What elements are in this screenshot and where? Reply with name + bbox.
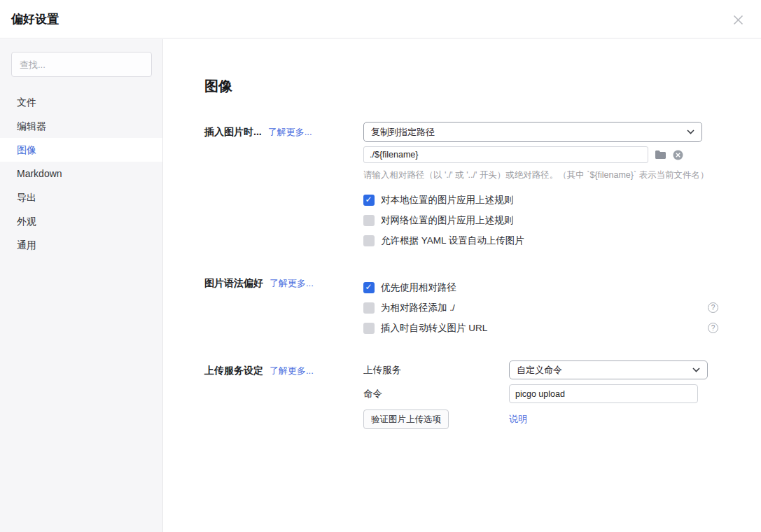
insert-section-label: 插入图片时... [204, 126, 262, 139]
sidebar-item-general[interactable]: 通用 [0, 233, 162, 257]
command-input[interactable] [509, 384, 698, 403]
header: 偏好设置 [0, 0, 761, 38]
sidebar-item-editor[interactable]: 编辑器 [0, 114, 162, 138]
upload-section-label: 上传服务设定 [204, 365, 263, 377]
checkbox-label: 优先使用相对路径 [381, 281, 456, 294]
main-content: 图像 插入图片时... 了解更多... 复制到指定路径 [164, 39, 761, 532]
search-input[interactable] [11, 52, 152, 77]
checkbox-label: 为相对路径添加 ./ [381, 302, 455, 314]
chevron-down-icon [687, 130, 694, 134]
upload-section-body: 上传服务 自定义命令 命令 验证图片上传选项 说 [363, 360, 761, 429]
upload-service-select-value: 自定义命令 [517, 364, 562, 377]
syntax-section-label: 图片语法偏好 [204, 277, 263, 290]
upload-service-label: 上传服务 [363, 364, 509, 377]
checkbox-label: 允许根据 YAML 设置自动上传图片 [381, 234, 524, 247]
insert-learn-more-link[interactable]: 了解更多... [268, 126, 312, 139]
browse-folder-button[interactable] [655, 150, 666, 160]
window-title: 偏好设置 [11, 11, 59, 27]
checkbox-box [363, 282, 375, 293]
apply-local-images-checkbox[interactable]: 对本地位置的图片应用上述规则 [363, 190, 761, 210]
sidebar-item-appearance[interactable]: 外观 [0, 209, 162, 233]
help-icon[interactable]: ? [708, 323, 718, 333]
sidebar: 文件 编辑器 图像 Markdown 导出 外观 通用 [0, 39, 163, 532]
validate-upload-button[interactable]: 验证图片上传选项 [363, 410, 449, 429]
prefer-relative-path-checkbox[interactable]: 优先使用相对路径 [363, 277, 456, 298]
clear-path-button[interactable] [673, 150, 683, 160]
syntax-checkboxes: 优先使用相对路径 为相对路径添加 ./ ? 插入时自动转义图片 UR [363, 277, 761, 338]
chevron-down-icon [692, 368, 700, 372]
folder-icon [655, 150, 666, 160]
instructions-link[interactable]: 说明 [509, 413, 527, 426]
sidebar-item-markdown[interactable]: Markdown [0, 162, 162, 186]
sidebar-nav: 文件 编辑器 图像 Markdown 导出 外观 通用 [0, 90, 162, 257]
clear-icon [673, 150, 683, 160]
checkbox-label: 插入时自动转义图片 URL [381, 322, 487, 335]
add-dot-slash-checkbox[interactable]: 为相对路径添加 ./ [363, 298, 455, 318]
apply-online-images-checkbox[interactable]: 对网络位置的图片应用上述规则 [363, 210, 761, 230]
upload-service-section: 上传服务设定 了解更多... 上传服务 自定义命令 命令 [204, 360, 761, 429]
insert-checkboxes: 对本地位置的图片应用上述规则 对网络位置的图片应用上述规则 允许根据 YAML … [363, 190, 761, 251]
insert-section-head: 插入图片时... 了解更多... [204, 122, 363, 251]
upload-service-row: 上传服务 自定义命令 [363, 360, 761, 379]
yaml-auto-upload-checkbox[interactable]: 允许根据 YAML 设置自动上传图片 [363, 230, 761, 251]
escape-image-url-checkbox[interactable]: 插入时自动转义图片 URL [363, 318, 487, 338]
sidebar-item-file[interactable]: 文件 [0, 90, 162, 114]
path-hint: 请输入相对路径（以 './' 或 '../' 开头）或绝对路径。（其中 `${f… [363, 169, 761, 181]
page-title: 图像 [204, 77, 761, 96]
checkbox-box [363, 195, 375, 206]
checkbox-box [363, 323, 375, 334]
upload-learn-more-link[interactable]: 了解更多... [270, 365, 314, 377]
checkbox-box [363, 215, 375, 226]
close-button[interactable] [732, 13, 744, 26]
insert-section-body: 复制到指定路径 [363, 122, 761, 251]
checkbox-box [363, 235, 375, 246]
checkbox-label: 对本地位置的图片应用上述规则 [381, 194, 513, 206]
check-line: 优先使用相对路径 [363, 277, 718, 298]
validate-button-cell: 验证图片上传选项 [363, 410, 509, 429]
close-icon [733, 15, 743, 25]
image-syntax-section: 图片语法偏好 了解更多... 优先使用相对路径 为相对路径添加 ./ [204, 273, 761, 338]
image-action-select-value: 复制到指定路径 [371, 126, 435, 139]
upload-service-select[interactable]: 自定义命令 [509, 360, 708, 379]
upload-section-head: 上传服务设定 了解更多... [204, 360, 363, 429]
insert-image-section: 插入图片时... 了解更多... 复制到指定路径 [204, 122, 761, 251]
image-action-select[interactable]: 复制到指定路径 [363, 122, 702, 142]
syntax-section-body: 优先使用相对路径 为相对路径添加 ./ ? 插入时自动转义图片 UR [363, 273, 761, 338]
help-icon[interactable]: ? [708, 302, 718, 313]
checkbox-label: 对网络位置的图片应用上述规则 [381, 214, 513, 227]
command-label: 命令 [363, 388, 509, 400]
syntax-learn-more-link[interactable]: 了解更多... [270, 277, 314, 290]
checkbox-box [363, 302, 375, 314]
validate-row: 验证图片上传选项 说明 [363, 410, 761, 429]
sidebar-item-image[interactable]: 图像 [0, 138, 162, 162]
command-row: 命令 [363, 384, 761, 403]
target-path-row [363, 146, 761, 163]
sidebar-item-export[interactable]: 导出 [0, 186, 162, 209]
target-path-input[interactable] [363, 146, 648, 163]
preferences-window: 偏好设置 文件 编辑器 图像 Markdown 导出 外观 通用 图像 插入图片… [0, 0, 761, 532]
check-line: 插入时自动转义图片 URL ? [363, 318, 718, 338]
check-line: 为相对路径添加 ./ ? [363, 298, 718, 318]
syntax-section-head: 图片语法偏好 了解更多... [204, 273, 363, 338]
